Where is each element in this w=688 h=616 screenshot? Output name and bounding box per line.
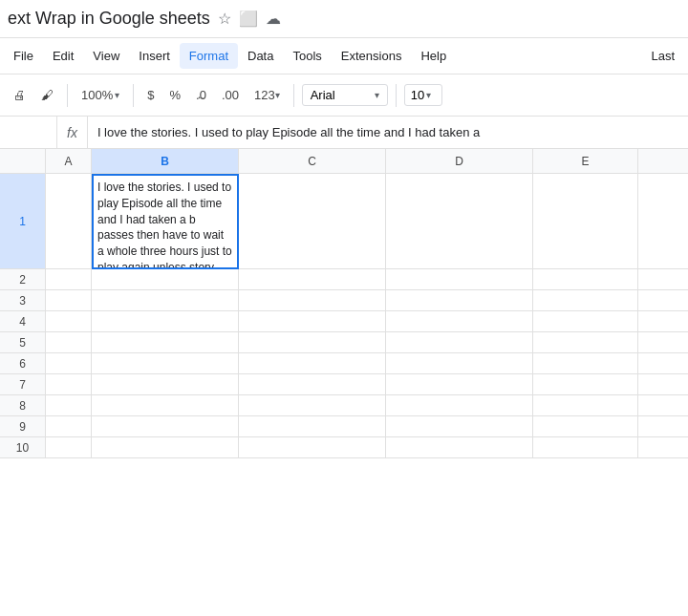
cell-e5[interactable] [533,332,638,352]
row-num-1[interactable]: 1 [0,174,46,268]
font-dropdown[interactable]: Arial ▾ [302,84,388,106]
cell-d2[interactable] [386,269,533,289]
cell-b1[interactable]: I love the stories. I used to play Episo… [92,174,239,269]
row-num-10[interactable]: 10 [0,437,46,457]
cell-e8[interactable] [533,395,638,415]
row-num-9[interactable]: 9 [0,416,46,436]
col-header-b[interactable]: B [92,149,239,173]
star-icon[interactable]: ☆ [218,10,231,28]
cell-a6[interactable] [46,353,92,373]
zoom-value: 100% [81,88,113,102]
row-num-4[interactable]: 4 [0,311,46,331]
font-name: Arial [311,88,335,102]
cell-b7[interactable] [92,374,239,394]
decimal-less-button[interactable]: .0 ← [190,84,212,106]
cell-c3[interactable] [239,290,386,310]
row-num-3[interactable]: 3 [0,290,46,310]
paint-format-button[interactable]: 🖌 [35,84,59,106]
cell-e3[interactable] [533,290,638,310]
fx-icon: fx [57,117,88,148]
col-header-a[interactable]: A [46,149,92,173]
cell-c1[interactable] [239,174,386,269]
cell-reference[interactable] [0,117,57,148]
cell-e4[interactable] [533,311,638,331]
cell-c6[interactable] [239,353,386,373]
menu-help[interactable]: Help [411,43,456,69]
cell-c8[interactable] [239,395,386,415]
cell-b3[interactable] [92,290,239,310]
zoom-dropdown[interactable]: 100% ▾ [75,85,125,105]
cell-b5[interactable] [92,332,239,352]
cell-b9[interactable] [92,416,239,436]
cell-b4[interactable] [92,311,239,331]
col-header-c[interactable]: C [239,149,386,173]
table-row: 3 [0,290,688,311]
cell-b8[interactable] [92,395,239,415]
table-row: 1 I love the stories. I used to play Epi… [0,174,688,269]
format-number-button[interactable]: 123 ▾ [248,84,286,106]
cell-a2[interactable] [46,269,92,289]
cell-a9[interactable] [46,416,92,436]
cell-a4[interactable] [46,311,92,331]
cell-c9[interactable] [239,416,386,436]
cell-d6[interactable] [386,353,533,373]
formula-content[interactable]: I love the stories. I used to play Episo… [88,125,688,139]
cell-a1[interactable] [46,174,92,268]
cell-d8[interactable] [386,395,533,415]
cell-e6[interactable] [533,353,638,373]
currency-button[interactable]: $ [141,84,160,106]
cell-a10[interactable] [46,437,92,457]
cell-b10[interactable] [92,437,239,457]
cell-b2[interactable] [92,269,239,289]
cell-a5[interactable] [46,332,92,352]
row-num-8[interactable]: 8 [0,395,46,415]
row-num-2[interactable]: 2 [0,269,46,289]
cell-b6[interactable] [92,353,239,373]
menu-data[interactable]: Data [238,43,283,69]
menu-format[interactable]: Format [180,43,238,69]
cell-e1[interactable] [533,174,638,269]
print-button[interactable]: 🖨 [8,84,32,106]
cell-c4[interactable] [239,311,386,331]
table-row: 10 [0,437,688,458]
cell-d5[interactable] [386,332,533,352]
cell-a7[interactable] [46,374,92,394]
cell-c5[interactable] [239,332,386,352]
cell-d9[interactable] [386,416,533,436]
row-num-7[interactable]: 7 [0,374,46,394]
cell-c2[interactable] [239,269,386,289]
row-num-6[interactable]: 6 [0,353,46,373]
decimal-more-button[interactable]: .00 [216,84,245,106]
col-header-d[interactable]: D [386,149,533,173]
font-chevron: ▾ [375,90,379,100]
font-size-dropdown[interactable]: 10 ▾ [404,84,442,106]
menu-tools[interactable]: Tools [283,43,331,69]
row-num-5[interactable]: 5 [0,332,46,352]
cell-c7[interactable] [239,374,386,394]
table-row: 6 [0,353,688,374]
menu-last: Last [641,43,684,69]
cell-e10[interactable] [533,437,638,457]
cell-e9[interactable] [533,416,638,436]
cell-d4[interactable] [386,311,533,331]
cloud-icon[interactable]: ☁ [266,10,281,28]
cell-d7[interactable] [386,374,533,394]
col-header-e[interactable]: E [533,149,638,173]
menu-edit[interactable]: Edit [43,43,83,69]
cell-e2[interactable] [533,269,638,289]
menu-file[interactable]: File [4,43,43,69]
cell-a8[interactable] [46,395,92,415]
menu-insert[interactable]: Insert [129,43,180,69]
menu-view[interactable]: View [83,43,129,69]
toolbar-divider-3 [293,84,294,107]
cell-d10[interactable] [386,437,533,457]
cell-d1[interactable] [386,174,533,269]
menu-extensions[interactable]: Extensions [332,43,412,69]
cell-d3[interactable] [386,290,533,310]
font-size-chevron: ▾ [426,90,431,100]
folder-icon[interactable]: ⬜ [239,10,258,28]
percent-button[interactable]: % [163,84,186,106]
cell-a3[interactable] [46,290,92,310]
cell-e7[interactable] [533,374,638,394]
cell-c10[interactable] [239,437,386,457]
